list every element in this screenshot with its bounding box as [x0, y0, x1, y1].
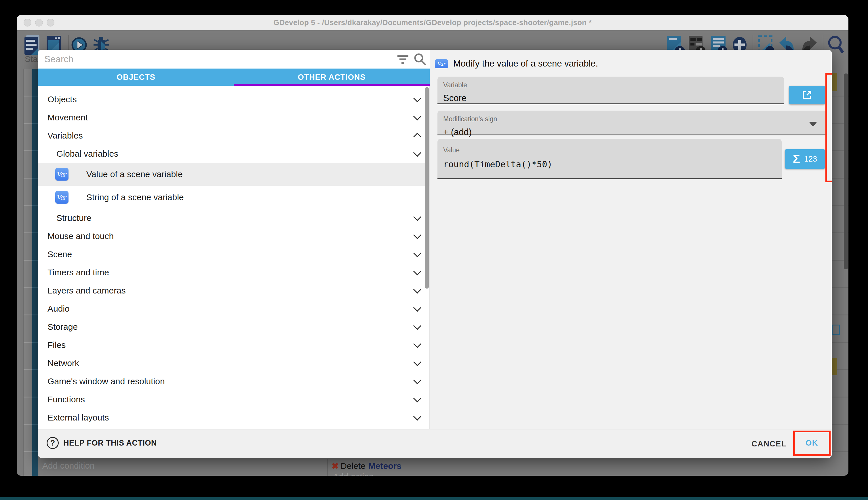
delete-meteors-action[interactable]: ✖ Delete Meteors — [331, 461, 401, 471]
var-icon: Var — [55, 191, 69, 204]
list-item-network[interactable]: Network — [38, 354, 430, 372]
list-item-variables[interactable]: Variables — [38, 126, 430, 145]
highlighted-event-bar — [832, 358, 837, 375]
var-icon: Var — [435, 59, 448, 68]
list-item-storage[interactable]: Storage — [38, 318, 430, 336]
action-header: Var Modify the value of a scene variable… — [435, 58, 598, 69]
action-title: Modify the value of a scene variable. — [453, 58, 598, 69]
open-variables-editor-button[interactable] — [789, 86, 825, 104]
tab-objects[interactable]: OBJECTS — [38, 69, 234, 86]
add-action-button[interactable]: Add action — [333, 472, 374, 476]
help-button[interactable]: ? HELP FOR THIS ACTION — [47, 437, 157, 449]
external-link-icon — [801, 89, 813, 101]
chevron-up-icon — [413, 133, 421, 141]
chevron-down-icon — [413, 231, 421, 239]
chevron-down-icon — [413, 412, 421, 421]
tab-other-actions[interactable]: OTHER ACTIONS — [234, 69, 430, 86]
expression-builder-button[interactable]: Σ 123 — [785, 149, 825, 169]
chevron-down-icon — [413, 376, 421, 384]
list-item-audio[interactable]: Audio — [38, 299, 430, 318]
titlebar: GDevelop 5 - /Users/dkarakay/Documents/G… — [17, 15, 848, 30]
sigma-icon: Σ — [793, 153, 800, 165]
conditions-actions-divider — [327, 459, 328, 476]
cancel-button[interactable]: CANCEL — [737, 436, 801, 452]
filter-button[interactable] — [396, 53, 410, 66]
chevron-down-icon — [413, 304, 421, 311]
delete-icon: ✖ — [331, 461, 339, 471]
desktop-background-strip — [0, 497, 868, 500]
list-item-objects[interactable]: Objects — [38, 90, 430, 108]
tab-bar: OBJECTS OTHER ACTIONS — [38, 69, 430, 86]
list-item-files[interactable]: Files — [38, 336, 430, 354]
list-item-timers-and-time[interactable]: Timers and time — [38, 263, 430, 281]
highlighted-event-bar — [832, 73, 837, 91]
app-window: Sta Add condition ✖ Delete Meteors Add a… — [17, 15, 848, 476]
value-field-value: round(TimeDelta()*50) — [443, 159, 776, 169]
variable-field-label: Variable — [443, 81, 778, 89]
instruction-editor-dialog: OBJECTS OTHER ACTIONS Objects Movement V… — [38, 50, 832, 458]
list-item-layers-and-cameras[interactable]: Layers and cameras — [38, 281, 430, 299]
chevron-down-icon — [413, 394, 421, 402]
list-item-external-layouts[interactable]: External layouts — [38, 408, 430, 427]
help-label: HELP FOR THIS ACTION — [63, 439, 157, 447]
variable-field-value: Score — [443, 93, 778, 103]
search-bar — [38, 50, 430, 69]
modification-sign-label: Modification's sign — [443, 115, 821, 123]
list-scrollbar[interactable] — [425, 87, 429, 288]
event-row-handles-column — [23, 69, 32, 476]
ok-highlight-box: OK — [793, 431, 831, 456]
action-category-list: Objects Movement Variables Global variab… — [38, 86, 430, 429]
ok-button[interactable]: OK — [806, 439, 818, 447]
expression-badge: 123 — [804, 155, 817, 163]
window-title: GDevelop 5 - /Users/dkarakay/Documents/G… — [17, 15, 848, 30]
chevron-down-icon — [413, 213, 421, 221]
filter-icon — [396, 53, 410, 66]
chevron-down-icon — [413, 94, 421, 102]
list-item-structure[interactable]: Structure — [38, 209, 430, 227]
scene-tab-label[interactable]: Sta — [25, 54, 38, 64]
chevron-down-icon — [413, 112, 421, 121]
chevron-down-icon — [413, 267, 421, 275]
list-item-string-of-scene-variable[interactable]: Var String of a scene variable — [38, 186, 430, 209]
event-conditions-column — [32, 69, 38, 476]
value-field[interactable]: Value round(TimeDelta()*50) — [437, 139, 782, 179]
list-item-mouse-and-touch[interactable]: Mouse and touch — [38, 227, 430, 245]
help-icon: ? — [47, 437, 59, 449]
list-item-scene[interactable]: Scene — [38, 245, 430, 263]
chevron-down-icon — [413, 322, 421, 330]
value-field-label: Value — [443, 146, 776, 154]
list-item-functions[interactable]: Functions — [38, 390, 430, 408]
event-row-bottom: Add condition ✖ Delete Meteors Add actio… — [38, 459, 832, 476]
search-icon — [413, 52, 427, 66]
chevron-down-icon — [413, 249, 421, 257]
variable-field[interactable]: Variable Score — [437, 77, 784, 104]
add-condition-button[interactable]: Add condition — [42, 461, 95, 470]
var-icon: Var — [55, 168, 69, 181]
search-icon-button[interactable] — [413, 52, 427, 66]
list-item-global-variables[interactable]: Global variables — [38, 145, 430, 163]
list-item-movement[interactable]: Movement — [38, 108, 430, 126]
dialog-footer: ? HELP FOR THIS ACTION CANCEL OK — [38, 429, 832, 458]
list-item-inventories[interactable]: Inventories — [38, 427, 430, 429]
search-input[interactable] — [44, 52, 384, 67]
list-item-games-window-and-resolution[interactable]: Game's window and resolution — [38, 372, 430, 390]
chevron-down-icon — [413, 340, 421, 348]
chevron-down-icon — [413, 358, 421, 366]
events-scrollbar[interactable] — [844, 73, 848, 269]
dropdown-caret-icon — [809, 122, 817, 127]
chevron-down-icon — [413, 149, 421, 157]
selected-event-outline — [832, 325, 840, 335]
chevron-down-icon — [413, 285, 421, 294]
list-item-value-of-scene-variable[interactable]: Var Value of a scene variable — [38, 163, 430, 186]
modification-sign-select[interactable]: Modification's sign + (add) — [437, 111, 826, 135]
action-parameters-panel: Var Modify the value of a scene variable… — [430, 50, 832, 429]
modification-sign-value: + (add) — [443, 127, 821, 137]
